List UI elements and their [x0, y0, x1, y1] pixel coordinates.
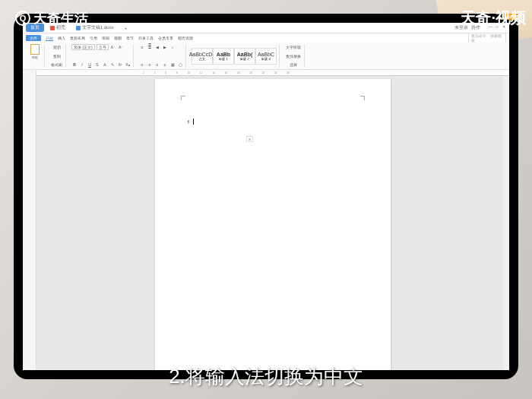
ribbon-clipboard: 粘贴 [26, 44, 45, 68]
screen: 仅编辑 首页 稻壳 文字文稿1.docx + 未登录 协作 — □ ✕ 文件 开… [23, 23, 509, 370]
menu-review[interactable]: 审阅 [102, 36, 109, 40]
ribbon-editing: 文字排版 查找替换 选择 [283, 44, 305, 68]
ribbon-styles: AaBbCcDd正文 AaBb标题 1 AaBb(标题 2 AaBbC标题 3 [189, 44, 280, 68]
menu-start[interactable]: 开始 [46, 36, 53, 41]
menu-references[interactable]: 引用 [90, 36, 97, 40]
menubar: 文件 开始 插入 页面布局 引用 审阅 视图 章节 开发工具 会员专享 稻壳资源… [23, 33, 509, 43]
shading-button[interactable]: ▦ [169, 62, 176, 68]
italic-button[interactable]: I [79, 62, 85, 68]
video-subtitle: 2.将输入法切换为中文 [169, 363, 363, 390]
margin-corner-tr [360, 96, 365, 100]
style-normal[interactable]: AaBbCcDd正文 [192, 48, 213, 65]
align-right-button[interactable]: ≡ [154, 62, 160, 68]
underline-button[interactable]: U [87, 62, 93, 68]
style-heading3[interactable]: AaBbC标题 3 [255, 48, 277, 65]
menu-insert[interactable]: 插入 [58, 36, 65, 40]
borders-button[interactable]: ▢ [177, 62, 183, 68]
document-page[interactable]: ❡ a [155, 79, 391, 370]
align-left-button[interactable]: ≡ [139, 62, 145, 68]
font-color-button[interactable]: A [102, 62, 108, 68]
font-family-select[interactable]: 宋体 (正文) [71, 44, 95, 50]
bold-button[interactable]: B [71, 62, 78, 68]
tab-add[interactable]: + [120, 25, 132, 31]
ribbon-font: 宋体 (正文) 五号 A⁺ A⁻ B I U S A ✎ X² X₂ [69, 44, 134, 68]
watermark-top-left: Q 天奇生活 [15, 9, 88, 27]
titlebar: 首页 稻壳 文字文稿1.docx + 未登录 协作 — □ ✕ [23, 23, 509, 33]
menu-member[interactable]: 会员专享 [158, 36, 173, 40]
align-justify-button[interactable]: ≡ [162, 62, 168, 68]
strike-button[interactable]: S [94, 62, 100, 68]
menu-section[interactable]: 章节 [126, 36, 134, 40]
ribbon-clipboard-small: 剪切 复制 格式刷 [48, 44, 66, 68]
style-heading1[interactable]: AaBb标题 1 [213, 48, 234, 65]
ribbon-paragraph: ≡ ≣ ◀ ▶ ↕ ≡ ≡ ≡ ≡ ▦ ▢ [137, 44, 186, 68]
menu-resources[interactable]: 稻壳资源 [178, 36, 193, 40]
menu-layout[interactable]: 页面布局 [70, 36, 85, 40]
format-painter-button[interactable]: 格式刷 [50, 62, 63, 68]
menu-file[interactable]: 文件 [26, 35, 41, 41]
align-center-button[interactable]: ≡ [147, 62, 153, 68]
bullets-button[interactable]: ≡ [139, 44, 145, 50]
search-input[interactable]: 查找命令、搜索模板 [468, 33, 506, 43]
ribbon: 粘贴 剪切 复制 格式刷 宋体 (正文) 五号 A⁺ A⁻ B I U [23, 43, 509, 70]
line-spacing-button[interactable]: ↕ [169, 44, 176, 50]
page-area: ❡ a [36, 70, 509, 370]
cut-button[interactable]: 剪切 [50, 44, 63, 50]
indent-decrease-button[interactable]: ◀ [154, 44, 160, 50]
indent-increase-button[interactable]: ▶ [162, 44, 168, 50]
cursor-position[interactable]: ❡ [187, 119, 194, 125]
superscript-button[interactable]: X² [117, 62, 123, 68]
style-heading2[interactable]: AaBb(标题 2 [234, 48, 255, 65]
margin-corner-tl [181, 96, 185, 100]
vertical-scrollbar[interactable] [503, 76, 509, 370]
menu-view[interactable]: 视图 [114, 36, 122, 40]
find-replace-button[interactable]: 查找替换 [285, 53, 302, 59]
nav-sidebar[interactable] [23, 70, 36, 370]
monitor-frame: 仅编辑 首页 稻壳 文字文稿1.docx + 未登录 协作 — □ ✕ 文件 开… [14, 14, 518, 379]
paste-button[interactable]: 粘贴 [28, 44, 42, 62]
watermark-top-right: 天奇·视频 [461, 8, 526, 28]
text-cursor [193, 119, 194, 125]
menu-devtools[interactable]: 开发工具 [138, 36, 154, 40]
logo-icon: Q [15, 11, 30, 26]
numbering-button[interactable]: ≣ [147, 44, 153, 50]
editor-area: 2468101214161820222426 ❡ a [23, 70, 509, 370]
text-tools-button[interactable]: 文字排版 [285, 44, 302, 50]
subscript-button[interactable]: X₂ [125, 62, 131, 68]
highlight-button[interactable]: ✎ [109, 62, 116, 68]
horizontal-ruler[interactable]: 2468101214161820222426 [36, 70, 509, 76]
select-button[interactable]: 选择 [285, 62, 302, 68]
font-size-select[interactable]: 五号 [97, 44, 109, 50]
font-shrink-button[interactable]: A⁻ [118, 44, 124, 50]
paste-icon [30, 44, 40, 55]
font-grow-button[interactable]: A⁺ [110, 44, 116, 50]
paragraph-mark-icon: ❡ [187, 119, 190, 124]
copy-button[interactable]: 复制 [50, 53, 63, 59]
ime-indicator: a [246, 136, 253, 142]
